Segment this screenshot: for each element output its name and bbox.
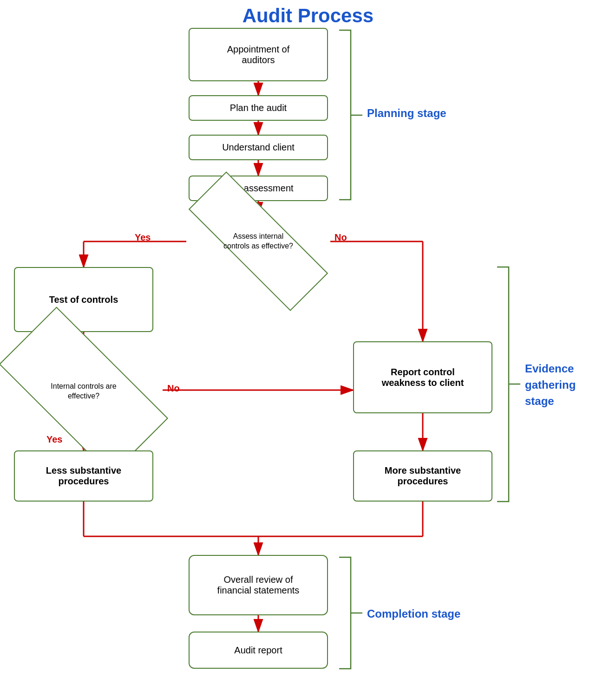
plan-box: Plan the audit [189, 95, 328, 121]
report-weakness-box: Report control weakness to client [353, 341, 492, 413]
diagram-container: Audit Process [0, 0, 616, 691]
no1-label: No [334, 232, 347, 243]
assess-diamond: Assess internal controls as effective? [186, 215, 330, 268]
test-controls-box: Test of controls [14, 267, 153, 332]
less-substantive-box: Less substantive procedures [14, 450, 153, 502]
planning-stage-label: Planning stage [367, 107, 446, 120]
yes1-label: Yes [135, 232, 151, 243]
evidence-label-line3: stage [525, 395, 554, 408]
yes2-label: Yes [46, 434, 62, 445]
completion-stage-label: Completion stage [367, 607, 460, 620]
no2-label: No [167, 383, 180, 394]
evidence-label-line2: gathering [525, 378, 576, 391]
more-substantive-box: More substantive procedures [353, 450, 492, 502]
appointment-box: Appointment of auditors [189, 28, 328, 81]
page-title: Audit Process [0, 5, 616, 27]
overall-review-box: Overall review of financial statements [189, 555, 328, 615]
audit-report-box: Audit report [189, 632, 328, 669]
internal-diamond: Internal controls are effective? [5, 351, 163, 432]
understand-box: Understand client [189, 135, 328, 160]
evidence-label-line1: Evidence [525, 362, 574, 375]
